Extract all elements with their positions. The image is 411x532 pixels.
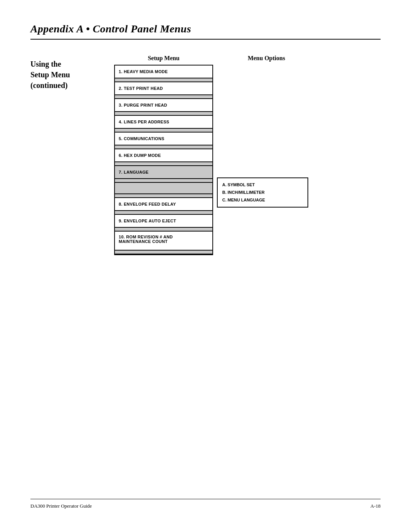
menu-row-10: 10. ROM REVISION # AND MAINTENANCE COUNT: [115, 232, 212, 254]
menu-row-8: 8. ENVELOPE FEED DELAY: [115, 198, 212, 215]
menu-row-6: 6. HEX DUMP MODE: [115, 149, 212, 166]
options-column: A. SYMBOL SET B. INCH/MILLIMETER C. MENU…: [217, 65, 308, 208]
center-section: Setup Menu Menu Options 1. HEAVY MEDIA M…: [114, 55, 381, 499]
menu-item-9: 9. ENVELOPE AUTO EJECT: [115, 215, 212, 227]
menu-options-header: Menu Options: [217, 55, 316, 62]
menu-row-3: 3. PURGE PRINT HEAD: [115, 99, 212, 116]
page-container: Appendix A • Control Panel Menus Using t…: [0, 0, 411, 532]
page-title: Appendix A • Control Panel Menus: [30, 23, 381, 35]
divider-1: [115, 78, 212, 82]
divider-9: [115, 227, 212, 232]
setup-column: 1. HEAVY MEDIA MODE 2. TEST PRINT HEAD: [114, 65, 213, 255]
menu-item-6: 6. HEX DUMP MODE: [115, 149, 212, 161]
footer-right-text: A-18: [370, 503, 381, 509]
columns-header: Setup Menu Menu Options: [114, 55, 381, 62]
main-content: Using the Setup Menu (continued) Setup M…: [30, 55, 381, 499]
menu-item-8: 8. ENVELOPE FEED DELAY: [115, 198, 212, 210]
menu-row-9: 9. ENVELOPE AUTO EJECT: [115, 215, 212, 232]
divider-3: [115, 111, 212, 116]
language-extra-space: [115, 183, 212, 193]
menu-item-4: 4. LINES PER ADDRESS: [115, 116, 212, 128]
footer-left-text: DA300 Printer Operator Guide: [30, 503, 92, 509]
divider-6: [115, 161, 212, 166]
menu-table: 1. HEAVY MEDIA MODE 2. TEST PRINT HEAD: [114, 65, 381, 255]
page-footer: DA300 Printer Operator Guide A-18: [30, 499, 381, 509]
menu-row-7: 7. LANGUAGE: [115, 166, 212, 198]
section-title: Using the Setup Menu (continued): [30, 59, 107, 91]
divider-8: [115, 210, 212, 215]
divider-7b: [115, 193, 212, 198]
option-b: B. INCH/MILLIMETER: [222, 189, 303, 197]
option-a: A. SYMBOL SET: [222, 181, 303, 189]
menu-item-3: 3. PURGE PRINT HEAD: [115, 99, 212, 111]
menu-item-7: 7. LANGUAGE: [115, 166, 212, 178]
menu-row-5: 5. COMMUNICATIONS: [115, 133, 212, 149]
section-label: Using the Setup Menu (continued): [30, 55, 114, 499]
menu-row-1: 1. HEAVY MEDIA MODE: [115, 66, 212, 82]
options-top-spacer: [217, 65, 308, 177]
language-options-box: A. SYMBOL SET B. INCH/MILLIMETER C. MENU…: [217, 177, 308, 208]
menu-item-2: 2. TEST PRINT HEAD: [115, 82, 212, 94]
menu-row-4: 4. LINES PER ADDRESS: [115, 116, 212, 133]
setup-menu-header: Setup Menu: [114, 55, 213, 62]
menu-item-10: 10. ROM REVISION # AND MAINTENANCE COUNT: [115, 232, 212, 250]
divider-10: [115, 250, 212, 254]
menu-item-1: 1. HEAVY MEDIA MODE: [115, 66, 212, 78]
divider-2: [115, 94, 212, 99]
menu-row-2: 2. TEST PRINT HEAD: [115, 82, 212, 99]
divider-4: [115, 128, 212, 133]
divider-5: [115, 145, 212, 149]
menu-item-5: 5. COMMUNICATIONS: [115, 133, 212, 145]
page-header: Appendix A • Control Panel Menus: [30, 23, 381, 40]
divider-7: [115, 178, 212, 183]
option-c: C. MENU LANGUAGE: [222, 197, 303, 204]
